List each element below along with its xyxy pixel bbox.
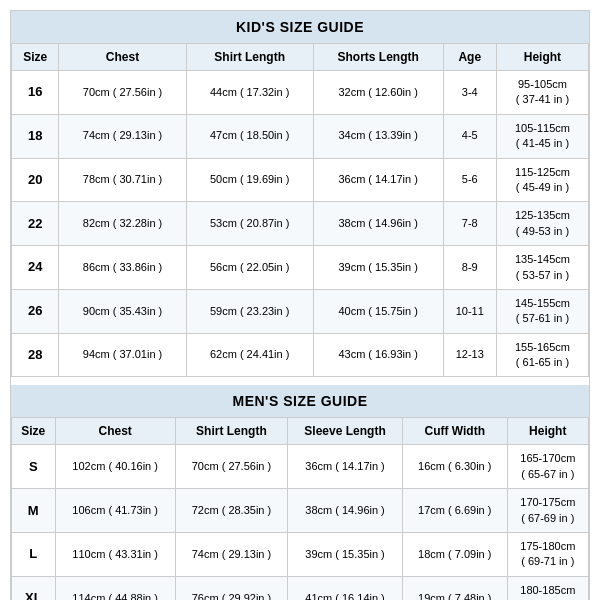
kids-size-cell: 22	[12, 202, 59, 246]
kids-height-cell: 145-155cm( 57-61 in )	[496, 289, 588, 333]
kids-col-size: Size	[12, 44, 59, 71]
kids-age-cell: 4-5	[443, 114, 496, 158]
mens-sleeve-length-cell: 38cm ( 14.96in )	[288, 489, 403, 533]
kids-col-age: Age	[443, 44, 496, 71]
kids-height-cell: 135-145cm( 53-57 in )	[496, 246, 588, 290]
kids-chest-cell: 78cm ( 30.71in )	[59, 158, 186, 202]
kids-shorts-length-cell: 38cm ( 14.96in )	[313, 202, 443, 246]
kids-col-shirt-length: Shirt Length	[186, 44, 313, 71]
mens-col-size: Size	[12, 418, 56, 445]
mens-header-row: Size Chest Shirt Length Sleeve Length Cu…	[12, 418, 589, 445]
kids-shirt-length-cell: 59cm ( 23.23in )	[186, 289, 313, 333]
kids-col-shorts-length: Shorts Length	[313, 44, 443, 71]
kids-age-cell: 8-9	[443, 246, 496, 290]
mens-sleeve-length-cell: 41cm ( 16.14in )	[288, 576, 403, 600]
size-guide-container: KID'S SIZE GUIDE Size Chest Shirt Length…	[10, 10, 590, 600]
mens-height-cell: 175-180cm( 69-71 in )	[507, 533, 588, 577]
kids-shirt-length-cell: 47cm ( 18.50in )	[186, 114, 313, 158]
kids-size-cell: 28	[12, 333, 59, 377]
mens-cuff-width-cell: 16cm ( 6.30in )	[402, 445, 507, 489]
mens-chest-cell: 110cm ( 43.31in )	[55, 533, 175, 577]
kids-chest-cell: 90cm ( 35.43in )	[59, 289, 186, 333]
mens-col-cuff-width: Cuff Width	[402, 418, 507, 445]
mens-cuff-width-cell: 17cm ( 6.69in )	[402, 489, 507, 533]
kids-height-cell: 125-135cm( 49-53 in )	[496, 202, 588, 246]
kids-table-row: 28 94cm ( 37.01in ) 62cm ( 24.41in ) 43c…	[12, 333, 589, 377]
mens-height-cell: 165-170cm( 65-67 in )	[507, 445, 588, 489]
mens-col-sleeve-length: Sleeve Length	[288, 418, 403, 445]
mens-chest-cell: 102cm ( 40.16in )	[55, 445, 175, 489]
kids-height-cell: 95-105cm( 37-41 in )	[496, 71, 588, 115]
mens-col-height: Height	[507, 418, 588, 445]
kids-size-cell: 16	[12, 71, 59, 115]
kids-chest-cell: 94cm ( 37.01in )	[59, 333, 186, 377]
kids-chest-cell: 86cm ( 33.86in )	[59, 246, 186, 290]
mens-sleeve-length-cell: 36cm ( 14.17in )	[288, 445, 403, 489]
mens-shirt-length-cell: 74cm ( 29.13in )	[175, 533, 287, 577]
kids-shorts-length-cell: 32cm ( 12.60in )	[313, 71, 443, 115]
kids-shirt-length-cell: 53cm ( 20.87in )	[186, 202, 313, 246]
kids-shorts-length-cell: 39cm ( 15.35in )	[313, 246, 443, 290]
mens-size-cell: XL	[12, 576, 56, 600]
kids-age-cell: 7-8	[443, 202, 496, 246]
mens-table-row: XL 114cm ( 44.88in ) 76cm ( 29.92in ) 41…	[12, 576, 589, 600]
kids-table-row: 20 78cm ( 30.71in ) 50cm ( 19.69in ) 36c…	[12, 158, 589, 202]
mens-table-row: S 102cm ( 40.16in ) 70cm ( 27.56in ) 36c…	[12, 445, 589, 489]
kids-age-cell: 10-11	[443, 289, 496, 333]
kids-section-title: KID'S SIZE GUIDE	[11, 11, 589, 43]
kids-col-chest: Chest	[59, 44, 186, 71]
kids-height-cell: 105-115cm( 41-45 in )	[496, 114, 588, 158]
kids-shorts-length-cell: 36cm ( 14.17in )	[313, 158, 443, 202]
mens-sleeve-length-cell: 39cm ( 15.35in )	[288, 533, 403, 577]
mens-table-row: L 110cm ( 43.31in ) 74cm ( 29.13in ) 39c…	[12, 533, 589, 577]
kids-chest-cell: 74cm ( 29.13in )	[59, 114, 186, 158]
kids-size-cell: 24	[12, 246, 59, 290]
kids-shorts-length-cell: 40cm ( 15.75in )	[313, 289, 443, 333]
kids-shirt-length-cell: 50cm ( 19.69in )	[186, 158, 313, 202]
kids-chest-cell: 70cm ( 27.56in )	[59, 71, 186, 115]
kids-table-row: 24 86cm ( 33.86in ) 56cm ( 22.05in ) 39c…	[12, 246, 589, 290]
kids-table-row: 16 70cm ( 27.56in ) 44cm ( 17.32in ) 32c…	[12, 71, 589, 115]
kids-shirt-length-cell: 62cm ( 24.41in )	[186, 333, 313, 377]
mens-height-cell: 170-175cm( 67-69 in )	[507, 489, 588, 533]
kids-col-height: Height	[496, 44, 588, 71]
kids-height-cell: 155-165cm( 61-65 in )	[496, 333, 588, 377]
kids-size-cell: 26	[12, 289, 59, 333]
kids-shirt-length-cell: 44cm ( 17.32in )	[186, 71, 313, 115]
kids-shirt-length-cell: 56cm ( 22.05in )	[186, 246, 313, 290]
mens-cuff-width-cell: 18cm ( 7.09in )	[402, 533, 507, 577]
mens-cuff-width-cell: 19cm ( 7.48in )	[402, 576, 507, 600]
kids-shorts-length-cell: 43cm ( 16.93in )	[313, 333, 443, 377]
mens-col-shirt-length: Shirt Length	[175, 418, 287, 445]
mens-table-row: M 106cm ( 41.73in ) 72cm ( 28.35in ) 38c…	[12, 489, 589, 533]
kids-shorts-length-cell: 34cm ( 13.39in )	[313, 114, 443, 158]
mens-chest-cell: 114cm ( 44.88in )	[55, 576, 175, 600]
kids-chest-cell: 82cm ( 32.28in )	[59, 202, 186, 246]
mens-size-cell: M	[12, 489, 56, 533]
kids-height-cell: 115-125cm( 45-49 in )	[496, 158, 588, 202]
kids-size-cell: 18	[12, 114, 59, 158]
mens-chest-cell: 106cm ( 41.73in )	[55, 489, 175, 533]
kids-age-cell: 5-6	[443, 158, 496, 202]
mens-size-cell: L	[12, 533, 56, 577]
mens-shirt-length-cell: 70cm ( 27.56in )	[175, 445, 287, 489]
mens-size-table: Size Chest Shirt Length Sleeve Length Cu…	[11, 417, 589, 600]
mens-col-chest: Chest	[55, 418, 175, 445]
kids-table-row: 26 90cm ( 35.43in ) 59cm ( 23.23in ) 40c…	[12, 289, 589, 333]
kids-age-cell: 12-13	[443, 333, 496, 377]
kids-table-row: 18 74cm ( 29.13in ) 47cm ( 18.50in ) 34c…	[12, 114, 589, 158]
mens-size-cell: S	[12, 445, 56, 489]
kids-age-cell: 3-4	[443, 71, 496, 115]
kids-size-table: Size Chest Shirt Length Shorts Length Ag…	[11, 43, 589, 377]
mens-height-cell: 180-185cm( 71-73 in )	[507, 576, 588, 600]
kids-table-row: 22 82cm ( 32.28in ) 53cm ( 20.87in ) 38c…	[12, 202, 589, 246]
mens-shirt-length-cell: 76cm ( 29.92in )	[175, 576, 287, 600]
kids-size-cell: 20	[12, 158, 59, 202]
mens-shirt-length-cell: 72cm ( 28.35in )	[175, 489, 287, 533]
mens-section-title: MEN'S SIZE GUIDE	[11, 385, 589, 417]
kids-header-row: Size Chest Shirt Length Shorts Length Ag…	[12, 44, 589, 71]
